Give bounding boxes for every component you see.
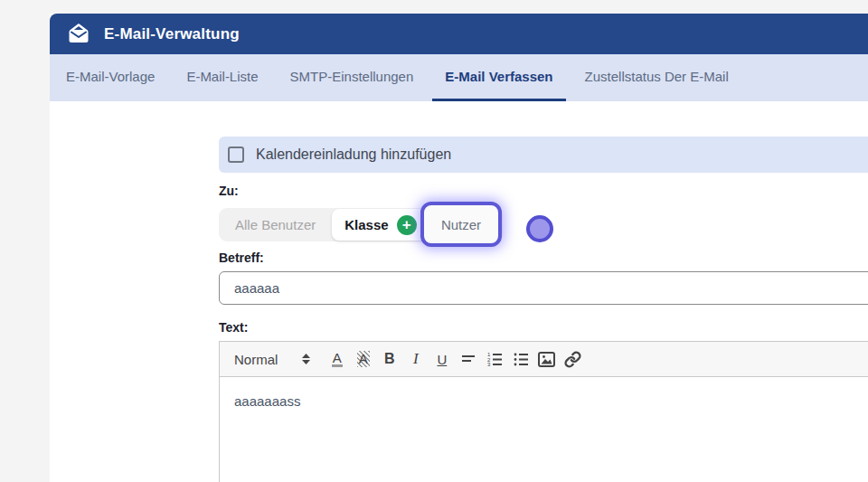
recipient-all-users-button[interactable]: Alle Benutzer (219, 217, 332, 232)
compose-form: Kalendereinladung hinzufügen Zu: Alle Be… (50, 101, 868, 482)
recipients-label: Zu: (219, 184, 239, 198)
page: { "header": { "title": "E-Mail-Verwaltun… (0, 0, 868, 482)
text-color-button[interactable]: A (324, 347, 350, 371)
bullet-list-button[interactable] (507, 347, 533, 371)
link-icon (564, 351, 581, 368)
align-icon (460, 351, 476, 367)
add-class-icon[interactable]: + (397, 215, 417, 235)
bullet-list-icon (513, 351, 529, 367)
recipient-user-button[interactable]: Nutzer (420, 202, 502, 247)
editor-toolbar: Normal A A B (220, 342, 868, 377)
ordered-list-button[interactable]: 1 2 3 (481, 347, 507, 371)
rich-text-editor: Normal A A B (219, 341, 868, 482)
tab-zustellstatus[interactable]: Zustellstatus Der E-Mail (572, 54, 741, 101)
text-color-icon: A (332, 351, 343, 368)
sort-arrows-icon (301, 353, 311, 365)
page-title: E-Mail-Verwaltung (104, 25, 240, 43)
body-label: Text: (219, 320, 248, 335)
italic-button[interactable]: I (402, 347, 429, 371)
body-text-area[interactable]: aaaaaaass (220, 377, 868, 482)
image-icon (538, 352, 555, 367)
italic-icon: I (413, 350, 419, 368)
email-management-panel: E-Mail-Verwaltung E-Mail-Vorlage E-Mail-… (50, 14, 868, 482)
underline-button[interactable]: U (429, 347, 455, 371)
insert-image-button[interactable] (533, 347, 560, 371)
background-color-icon: A (357, 351, 370, 368)
tab-email-liste[interactable]: E-Mail-Liste (174, 54, 270, 101)
bold-icon: B (384, 351, 395, 367)
ordered-list-icon: 1 2 3 (486, 351, 503, 367)
tab-email-verfassen[interactable]: E-Mail Verfassen (432, 54, 565, 101)
calendar-invite-checkbox[interactable] (228, 146, 244, 163)
recipient-type-group: Alle Benutzer Klasse + 1 Nutzer (219, 208, 503, 241)
bold-button[interactable]: B (376, 347, 402, 371)
tab-bar: E-Mail-Vorlage E-Mail-Liste SMTP-Einstel… (50, 54, 868, 101)
envelope-icon (66, 23, 91, 45)
subject-input[interactable] (219, 271, 868, 305)
tab-email-vorlage[interactable]: E-Mail-Vorlage (53, 54, 167, 101)
calendar-invite-banner: Kalendereinladung hinzufügen (219, 137, 868, 173)
calendar-invite-label[interactable]: Kalendereinladung hinzufügen (256, 146, 451, 163)
tab-smtp-einstellungen[interactable]: SMTP-Einstellungen (278, 54, 427, 101)
align-button[interactable] (455, 347, 481, 371)
background-color-button[interactable]: A (350, 347, 376, 371)
format-select-value: Normal (234, 352, 278, 367)
underline-icon: U (437, 352, 447, 367)
panel-header: E-Mail-Verwaltung (50, 14, 868, 54)
svg-text:3: 3 (487, 362, 491, 367)
subject-label: Betreff: (219, 250, 264, 265)
recipient-class-label: Klasse (344, 217, 388, 232)
click-indicator (526, 215, 553, 242)
format-select[interactable]: Normal (234, 352, 311, 367)
insert-link-button[interactable] (560, 347, 586, 371)
